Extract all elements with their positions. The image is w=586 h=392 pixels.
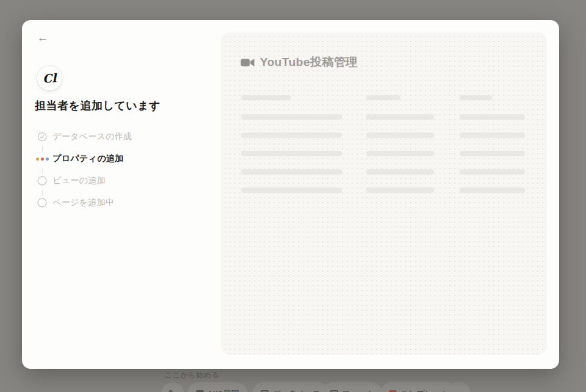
onboarding-modal: ← Cl 担当者を追加しています データベースの作成 プロパティの追加 [22,20,559,369]
skeleton-row [241,187,342,193]
skeleton-header [460,95,492,100]
ask-ai-button: AIに質問 [187,382,248,392]
template-label: テンプレート [400,388,449,392]
video-camera-icon [241,58,255,67]
empty-circle-icon [37,176,47,186]
skeleton-row [241,114,342,120]
step-label: データベースの作成 [52,131,132,142]
database-preview-panel: YouTube投稿管理 [221,32,547,355]
get-started-section-label: ここから始める [165,370,219,380]
database-label: データベース [272,388,320,392]
form-label: フォーム [342,388,374,392]
page-title: 担当者を追加しています [35,98,161,113]
back-arrow-icon: ← [37,31,49,45]
skeleton-header [366,95,400,100]
step-label: ビューの追加 [52,175,106,186]
workspace-logo: Cl [37,66,62,90]
loading-dots-icon [37,154,47,164]
skeleton-row [366,132,434,138]
ai-icon [196,390,204,392]
skeleton-row [241,169,342,175]
form-button: フォーム [322,382,383,392]
skeleton-row [366,169,434,175]
skeleton-row [366,151,434,156]
ask-ai-label: AIに質問 [208,388,239,392]
form-icon [330,390,338,392]
template-button: テンプレート [380,382,458,392]
skeleton-header [241,95,291,100]
step-adding-pages: ページを追加中 [37,198,114,208]
skeleton-row [241,151,342,156]
database-button: データベース [252,382,329,392]
skeleton-row [366,114,434,120]
skeleton-row [460,114,525,120]
back-button[interactable]: ← [34,29,51,46]
skeleton-row [460,169,525,175]
skeleton-row [460,187,525,193]
step-add-views: ビューの追加 [37,176,106,186]
step-label: ページを追加中 [52,197,114,208]
step-connector [42,146,43,152]
step-connector [42,190,43,196]
preview-header: YouTube投稿管理 [241,54,358,70]
skeleton-row [241,132,342,138]
empty-circle-icon [37,198,47,208]
pen-icon: ✎ [168,388,176,392]
template-icon [389,390,397,392]
step-connector [42,168,43,174]
logo-monogram: Cl [42,71,57,85]
get-started-actions-row: ✎ AIに質問 データベース フォーム テンプレート [0,382,586,392]
new-page-circle-button: ✎ [161,382,184,392]
preview-title: YouTube投稿管理 [260,54,358,70]
skeleton-row [460,132,525,138]
check-circle-icon [37,132,47,142]
skeleton-row [366,187,434,193]
step-label: プロパティの追加 [52,153,123,164]
database-icon [261,390,269,392]
step-add-properties: プロパティの追加 [37,154,123,164]
skeleton-row [460,151,525,156]
step-create-database: データベースの作成 [37,132,132,142]
